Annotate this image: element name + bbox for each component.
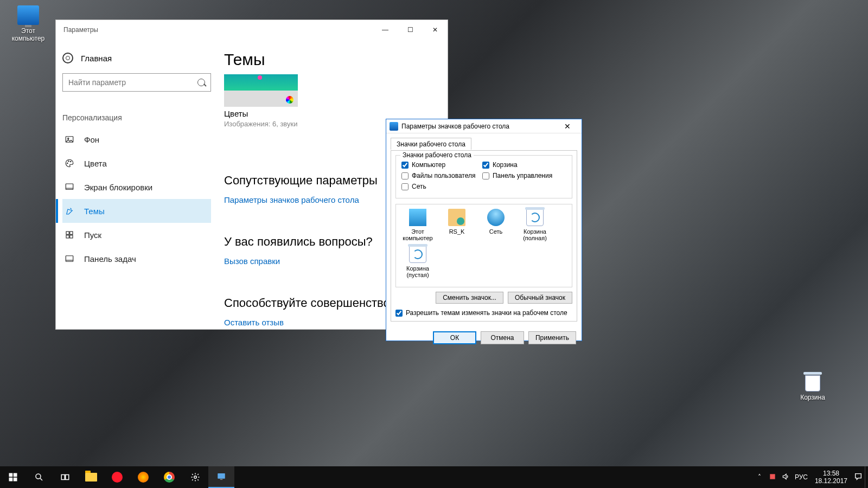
bin-icon — [802, 372, 824, 391]
theme-thumbnail[interactable] — [224, 74, 298, 107]
svg-point-18 — [194, 476, 197, 479]
ok-button[interactable]: ОК — [433, 331, 476, 344]
settings-taskbar-button[interactable] — [182, 466, 208, 488]
svg-rect-14 — [14, 478, 17, 481]
desktop-icon-label: Этот компьютер — [5, 27, 51, 42]
sidebar-item-label: Цвета — [84, 159, 107, 168]
home-label: Главная — [81, 54, 112, 63]
change-icon-button[interactable]: Сменить значок... — [436, 292, 503, 304]
settings-titlebar[interactable]: Параметры — ☐ ✕ — [56, 20, 448, 40]
dialog-titlebar[interactable]: Параметры значков рабочего стола ✕ — [386, 119, 582, 133]
default-icon-button[interactable]: Обычный значок — [508, 292, 572, 304]
sidebar-item-label: Экран блокировки — [84, 183, 152, 192]
desktop-icon-recycle-bin[interactable]: Корзина — [790, 372, 835, 401]
dialog-title: Параметры значков рабочего стола — [401, 123, 509, 130]
cancel-button[interactable]: Отмена — [481, 331, 524, 344]
clock-time: 13:58 — [815, 470, 847, 477]
svg-rect-7 — [70, 232, 73, 234]
gear-icon — [62, 53, 73, 63]
svg-point-2 — [67, 163, 68, 164]
tray-clock[interactable]: 13:58 18.12.2017 — [810, 470, 852, 485]
tray-language[interactable]: РУС — [792, 473, 810, 481]
sidebar-item-label: Темы — [84, 207, 105, 216]
sidebar-item-background[interactable]: Фон — [62, 127, 211, 151]
tray-security-icon[interactable] — [766, 473, 779, 482]
svg-rect-6 — [66, 232, 69, 234]
icon-item-this-pc[interactable]: Этот компьютер — [398, 209, 437, 241]
desktop-icon-this-pc[interactable]: Этот компьютер — [5, 5, 51, 42]
folder-icon — [85, 473, 97, 481]
svg-rect-5 — [66, 184, 73, 190]
svg-rect-11 — [9, 473, 13, 477]
lock-screen-icon — [65, 182, 74, 192]
icon-item-user[interactable]: RS_K — [437, 209, 476, 241]
check-computer[interactable]: Компьютер — [401, 161, 482, 169]
show-desktop-button[interactable] — [865, 466, 868, 488]
home-button[interactable]: Главная — [62, 40, 211, 73]
svg-rect-16 — [61, 475, 65, 480]
start-button[interactable] — [0, 466, 26, 488]
search-button[interactable] — [26, 466, 52, 488]
opera-button[interactable] — [104, 466, 130, 488]
svg-rect-10 — [66, 256, 73, 262]
icon-item-network[interactable]: Сеть — [476, 209, 515, 241]
sidebar-item-taskbar[interactable]: Панель задач — [62, 247, 211, 271]
checkbox-computer[interactable] — [401, 162, 409, 169]
display-app-button[interactable] — [208, 466, 234, 488]
tray-chevron-icon[interactable]: ˄ — [753, 473, 766, 481]
icon-item-bin-full[interactable]: Корзина (полная) — [515, 209, 554, 241]
svg-rect-13 — [9, 478, 13, 481]
group-legend: Значки рабочего стола — [400, 151, 474, 159]
checkbox-group: Значки рабочего стола Компьютер Корзина … — [395, 155, 572, 198]
check-recycle-bin[interactable]: Корзина — [482, 161, 563, 169]
allow-themes-checkbox[interactable]: Разрешить темам изменять значки на рабоч… — [395, 309, 572, 317]
settings-search[interactable] — [62, 73, 211, 92]
task-view-button[interactable] — [52, 466, 78, 488]
check-network[interactable]: Сеть — [401, 183, 482, 190]
network-icon — [487, 209, 505, 226]
sidebar-item-label: Панель задач — [84, 254, 136, 264]
action-center-icon[interactable] — [852, 472, 865, 483]
maximize-button[interactable]: ☐ — [398, 21, 423, 38]
svg-point-4 — [71, 161, 72, 162]
tab-desktop-icons[interactable]: Значки рабочего стола — [391, 138, 471, 150]
desktop-icon-settings-dialog: Параметры значков рабочего стола ✕ Значк… — [386, 119, 582, 341]
chrome-button[interactable] — [156, 466, 182, 488]
desktop-icon-label: Корзина — [790, 394, 835, 401]
checkbox-recycle[interactable] — [482, 162, 489, 169]
svg-rect-17 — [66, 475, 69, 480]
picture-icon — [65, 134, 74, 144]
apply-button[interactable]: Применить — [528, 331, 576, 344]
start-icon — [65, 230, 74, 240]
sidebar-item-start[interactable]: Пуск — [62, 223, 211, 247]
user-folder-icon — [448, 209, 465, 226]
svg-point-3 — [68, 161, 69, 162]
palette-icon — [65, 158, 74, 168]
sidebar-item-lockscreen[interactable]: Экран блокировки — [62, 175, 211, 199]
svg-rect-9 — [70, 235, 73, 238]
checkbox-userfiles[interactable] — [401, 172, 409, 179]
checkbox-allow-themes[interactable] — [395, 310, 403, 317]
svg-rect-19 — [218, 473, 225, 479]
firefox-button[interactable] — [130, 466, 156, 488]
svg-point-15 — [36, 474, 41, 479]
icon-item-bin-empty[interactable]: Корзина (пустая) — [398, 246, 437, 278]
sidebar-item-label: Фон — [84, 135, 99, 144]
sidebar-item-colors[interactable]: Цвета — [62, 151, 211, 175]
pc-icon — [17, 5, 39, 25]
file-explorer-button[interactable] — [78, 466, 104, 488]
bin-empty-icon — [409, 246, 426, 263]
check-control-panel[interactable]: Панель управления — [482, 172, 563, 179]
tray-volume-icon[interactable] — [779, 473, 792, 482]
checkbox-network[interactable] — [401, 183, 409, 190]
minimize-button[interactable]: — — [373, 21, 398, 38]
svg-point-1 — [68, 138, 69, 139]
icon-preview-box: Этот компьютер RS_K Сеть Корзина (полная… — [395, 204, 572, 287]
search-input[interactable] — [68, 78, 197, 87]
checkbox-controlpanel[interactable] — [482, 172, 489, 179]
dialog-close-button[interactable]: ✕ — [557, 121, 578, 132]
sidebar-item-themes[interactable]: Темы — [62, 199, 211, 223]
bin-full-icon — [526, 209, 544, 226]
close-button[interactable]: ✕ — [423, 21, 448, 38]
check-user-files[interactable]: Файлы пользователя — [401, 172, 482, 179]
